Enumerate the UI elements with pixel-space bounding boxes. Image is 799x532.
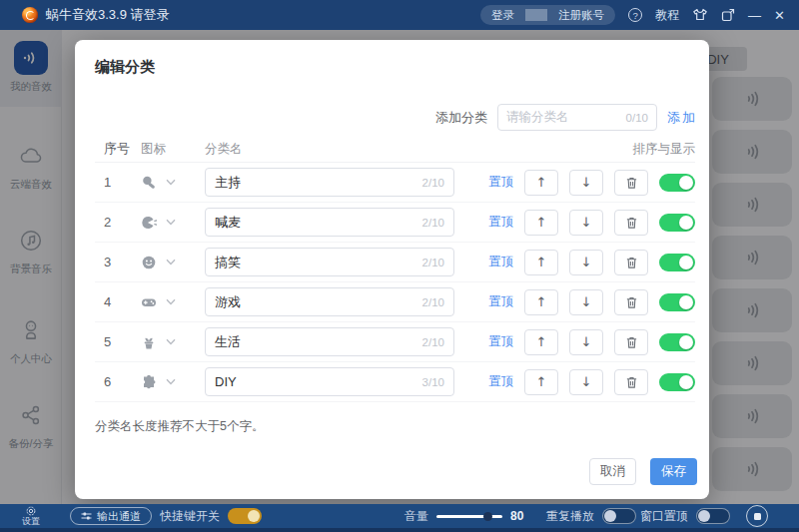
visibility-toggle[interactable] — [659, 254, 695, 271]
add-category-input[interactable]: 请输分类名 0/10 — [497, 104, 657, 131]
delete-button[interactable] — [614, 369, 648, 395]
trash-icon — [625, 176, 638, 190]
stop-button[interactable] — [746, 505, 768, 527]
window-top-group: 窗口置顶 — [640, 504, 730, 528]
edit-category-modal: 编辑分类 添加分类 请输分类名 0/10 添加 序号 图标 分类名 排序与显示 … — [75, 40, 709, 499]
title-bar: 蜗牛音效3.3.9 请登录 登录 注册账号 ? 教程 — ✕ — [0, 0, 799, 30]
delete-button[interactable] — [614, 329, 648, 355]
move-up-button[interactable]: ↑ — [524, 210, 558, 236]
smiley-icon — [141, 255, 157, 270]
visibility-toggle[interactable] — [659, 333, 695, 351]
hotkey-label: 快捷键开关 — [160, 508, 220, 525]
window-top-label: 窗口置顶 — [640, 508, 688, 525]
delete-button[interactable] — [614, 250, 648, 275]
pin-top-link[interactable]: 置顶 — [488, 254, 513, 270]
save-button[interactable]: 保存 — [650, 458, 697, 485]
shout-face-icon — [141, 215, 157, 231]
add-category-placeholder: 请输分类名 — [506, 109, 620, 126]
category-name-input[interactable]: 游戏 2/10 — [205, 287, 454, 316]
modal-title: 编辑分类 — [95, 58, 155, 77]
window-top-toggle[interactable] — [696, 508, 730, 524]
tshirt-icon[interactable] — [692, 8, 708, 22]
visibility-toggle[interactable] — [659, 214, 695, 232]
trash-icon — [625, 375, 638, 389]
visibility-toggle[interactable] — [659, 174, 695, 192]
tutorial-link[interactable]: 教程 — [655, 7, 679, 24]
move-down-button[interactable]: ↓ — [569, 369, 603, 395]
move-up-button[interactable]: ↑ — [524, 329, 558, 355]
category-row: 5 生活 2/10 — [95, 322, 695, 362]
move-down-button[interactable]: ↓ — [569, 210, 603, 236]
chevron-down-icon[interactable] — [166, 259, 176, 266]
hotkey-group: 快捷键开关 — [160, 504, 262, 528]
chevron-down-icon[interactable] — [166, 378, 176, 385]
hotkey-toggle[interactable] — [228, 508, 262, 524]
add-category-label: 添加分类 — [435, 109, 487, 127]
row-index: 1 — [95, 175, 141, 190]
move-down-button[interactable]: ↓ — [569, 289, 603, 315]
pin-top-link[interactable]: 置顶 — [488, 214, 513, 231]
down-arrow-icon: ↓ — [581, 374, 592, 389]
move-up-button[interactable]: ↑ — [524, 369, 558, 395]
header-index: 序号 — [95, 140, 141, 158]
move-down-button[interactable]: ↓ — [569, 250, 603, 275]
up-arrow-icon: ↑ — [536, 215, 547, 230]
table-header: 序号 图标 分类名 排序与显示 — [95, 136, 695, 163]
category-row: 3 搞笑 2/10 — [95, 243, 695, 282]
category-name-input[interactable]: DIY 3/10 — [205, 367, 454, 396]
repeat-toggle[interactable] — [602, 508, 636, 524]
volume-slider-knob[interactable] — [483, 512, 492, 521]
row-index: 2 — [95, 215, 141, 230]
output-channel-label: 输出通道 — [97, 509, 141, 524]
category-name-value: 喊麦 — [215, 214, 422, 232]
volume-group: 音量 80 — [404, 504, 523, 528]
login-button[interactable]: 登录 — [480, 5, 525, 25]
chevron-down-icon[interactable] — [166, 219, 176, 226]
category-name-input[interactable]: 搞笑 2/10 — [205, 248, 454, 276]
category-name-input[interactable]: 喊麦 2/10 — [205, 208, 454, 237]
cancel-button[interactable]: 取消 — [589, 458, 636, 485]
chevron-down-icon[interactable] — [166, 338, 176, 345]
delete-button[interactable] — [614, 170, 648, 196]
settings-label: 设置 — [0, 517, 62, 526]
visibility-toggle[interactable] — [659, 373, 695, 391]
move-up-button[interactable]: ↑ — [524, 289, 558, 315]
volume-slider[interactable] — [436, 515, 502, 518]
volume-label: 音量 — [404, 508, 428, 525]
category-name-input[interactable]: 生活 2/10 — [205, 327, 454, 356]
hint-text: 分类名长度推荐不大于5个字。 — [95, 405, 695, 435]
pin-top-link[interactable]: 置顶 — [488, 174, 513, 191]
resize-window-icon[interactable] — [721, 8, 735, 22]
down-arrow-icon: ↓ — [581, 175, 592, 190]
up-arrow-icon: ↑ — [536, 255, 547, 269]
header-sort-display: 排序与显示 — [633, 141, 696, 158]
move-up-button[interactable]: ↑ — [524, 250, 558, 275]
help-icon[interactable]: ? — [628, 8, 642, 22]
chevron-down-icon[interactable] — [166, 179, 176, 186]
category-name-input[interactable]: 主持 2/10 — [205, 168, 454, 197]
output-channel-button[interactable]: 输出通道 — [70, 507, 152, 525]
delete-button[interactable] — [614, 289, 648, 315]
register-button[interactable]: 注册账号 — [547, 5, 615, 25]
close-button[interactable]: ✕ — [774, 9, 785, 22]
chevron-down-icon[interactable] — [166, 298, 176, 305]
delete-button[interactable] — [614, 210, 648, 236]
pin-top-link[interactable]: 置顶 — [488, 293, 513, 310]
repeat-group: 重复播放 — [546, 504, 636, 528]
pin-top-link[interactable]: 置顶 — [488, 333, 513, 350]
modal-footer: 取消 保存 — [589, 458, 697, 485]
up-arrow-icon: ↑ — [536, 294, 547, 309]
repeat-label: 重复播放 — [546, 508, 594, 525]
pin-top-link[interactable]: 置顶 — [488, 373, 513, 390]
minimize-button[interactable]: — — [748, 9, 761, 22]
move-up-button[interactable]: ↑ — [524, 170, 558, 196]
sidebar-item-settings[interactable]: 设置 — [0, 504, 62, 528]
auth-buttons: 登录 注册账号 — [480, 5, 615, 25]
add-category-button[interactable]: 添加 — [667, 109, 697, 127]
visibility-toggle[interactable] — [659, 293, 695, 311]
move-down-button[interactable]: ↓ — [569, 170, 603, 196]
down-arrow-icon: ↓ — [581, 334, 592, 349]
row-index: 4 — [95, 294, 141, 309]
move-down-button[interactable]: ↓ — [569, 329, 603, 355]
microphone-icon — [141, 175, 157, 191]
